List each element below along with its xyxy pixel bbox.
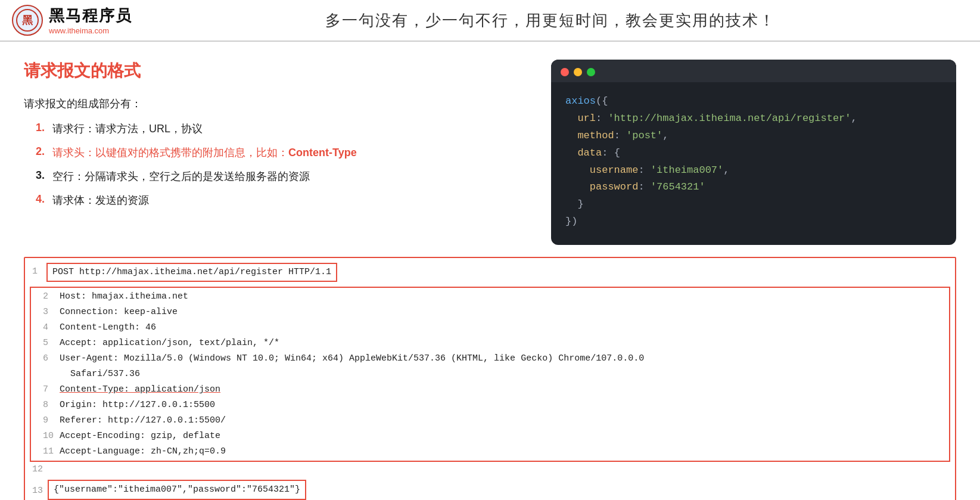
http-line-11: 11 Accept-Language: zh-CN,zh;q=0.9 bbox=[36, 444, 944, 459]
http-line-8: 8 Origin: http://127.0.0.1:5500 bbox=[36, 397, 944, 413]
code-line-2: url: 'http://hmajax.itheima.net/api/regi… bbox=[565, 110, 942, 128]
list-number-1: 1. bbox=[36, 122, 48, 134]
http-line-num-1: 1 bbox=[25, 265, 42, 279]
list-item-1: 1. 请求行：请求方法，URL，协议 bbox=[36, 122, 527, 136]
list-items: 1. 请求行：请求方法，URL，协议 2. 请求头：以键值对的格式携带的附加信息… bbox=[24, 122, 527, 207]
list-number-2: 2. bbox=[36, 145, 48, 158]
dot-yellow bbox=[574, 68, 582, 76]
header-slogan: 多一句没有，少一句不行，用更短时间，教会更实用的技术！ bbox=[132, 10, 968, 31]
http-line-num-13: 13 bbox=[25, 484, 43, 498]
http-line-9: 9 Referer: http://127.0.0.1:5500/ bbox=[36, 413, 944, 428]
http-section: 1 POST http://hmajax.itheima.net/api/reg… bbox=[0, 257, 980, 500]
http-line-6: 6 User-Agent: Mozilla/5.0 (Windows NT 10… bbox=[36, 351, 944, 367]
http-body-box: {"username":"itheima007","password":"765… bbox=[48, 480, 306, 500]
main-content: 请求报文的格式 请求报文的组成部分有： 1. 请求行：请求方法，URL，协议 2… bbox=[0, 42, 980, 257]
logo-url: www.itheima.com bbox=[49, 26, 132, 35]
header: 黑 黑马程序员 www.itheima.com 多一句没有，少一句不行，用更短时… bbox=[0, 0, 980, 42]
list-text-2: 请求头：以键值对的格式携带的附加信息，比如：Content-Type bbox=[52, 145, 357, 160]
http-line-7: 7 Content-Type: application/json bbox=[36, 382, 944, 397]
logo-name: 黑马程序员 bbox=[49, 5, 132, 26]
http-block: 1 POST http://hmajax.itheima.net/api/reg… bbox=[24, 257, 956, 500]
logo-text: 黑马程序员 www.itheima.com bbox=[49, 5, 132, 35]
http-line-10: 10 Accept-Encoding: gzip, deflate bbox=[36, 428, 944, 444]
logo-area: 黑 黑马程序员 www.itheima.com bbox=[12, 5, 132, 36]
http-line-4: 4 Content-Length: 46 bbox=[36, 320, 944, 336]
code-line-1: axios({ bbox=[565, 93, 942, 110]
svg-text:黑: 黑 bbox=[22, 14, 33, 26]
list-text-2b: Content-Type bbox=[288, 147, 357, 159]
code-block: axios({ url: 'http://hmajax.itheima.net/… bbox=[551, 60, 956, 245]
code-line-3: method: 'post', bbox=[565, 128, 942, 145]
list-text-1: 请求行：请求方法，URL，协议 bbox=[52, 122, 203, 136]
code-titlebar bbox=[551, 60, 956, 82]
list-number-3: 3. bbox=[36, 169, 48, 182]
list-text-3: 空行：分隔请求头，空行之后的是发送给服务器的资源 bbox=[52, 169, 310, 184]
list-item-2: 2. 请求头：以键值对的格式携带的附加信息，比如：Content-Type bbox=[36, 145, 527, 160]
list-text-4: 请求体：发送的资源 bbox=[52, 193, 149, 207]
left-content: 请求报文的格式 请求报文的组成部分有： 1. 请求行：请求方法，URL，协议 2… bbox=[24, 60, 527, 245]
http-headers-box: 2 Host: hmajax.itheima.net 3 Connection:… bbox=[30, 287, 950, 462]
logo-icon: 黑 bbox=[12, 5, 43, 36]
http-line-2: 2 Host: hmajax.itheima.net bbox=[36, 289, 944, 305]
code-line-4: data: { bbox=[565, 145, 942, 162]
code-line-7: } bbox=[565, 196, 942, 213]
http-line-6b: Safari/537.36 bbox=[36, 367, 944, 382]
code-line-6: password: '7654321' bbox=[565, 179, 942, 196]
list-item-4: 4. 请求体：发送的资源 bbox=[36, 193, 527, 207]
code-line-5: username: 'itheima007', bbox=[565, 162, 942, 179]
section-title: 请求报文的格式 bbox=[24, 60, 527, 82]
http-line-5: 5 Accept: application/json, text/plain, … bbox=[36, 336, 944, 351]
http-line-3: 3 Connection: keep-alive bbox=[36, 305, 944, 320]
dot-green bbox=[587, 68, 595, 76]
list-item-3: 3. 空行：分隔请求头，空行之后的是发送给服务器的资源 bbox=[36, 169, 527, 184]
dot-red bbox=[561, 68, 569, 76]
code-line-8: }) bbox=[565, 213, 942, 231]
http-line-1-row: 1 POST http://hmajax.itheima.net/api/reg… bbox=[25, 258, 955, 285]
http-body-content: {"username":"itheima007","password":"765… bbox=[54, 485, 300, 495]
list-number-4: 4. bbox=[36, 193, 48, 206]
http-line-13-row: 13 {"username":"itheima007","password":"… bbox=[25, 477, 955, 500]
http-line-12: 12 bbox=[25, 462, 955, 477]
http-line-1-text: POST http://hmajax.itheima.net/api/regis… bbox=[52, 267, 331, 277]
list-text-2a: 请求头：以键值对的格式携带的附加信息，比如： bbox=[52, 147, 288, 159]
http-line-1-box: POST http://hmajax.itheima.net/api/regis… bbox=[46, 263, 337, 282]
code-content: axios({ url: 'http://hmajax.itheima.net/… bbox=[551, 82, 956, 245]
intro-text: 请求报文的组成部分有： bbox=[24, 97, 527, 111]
